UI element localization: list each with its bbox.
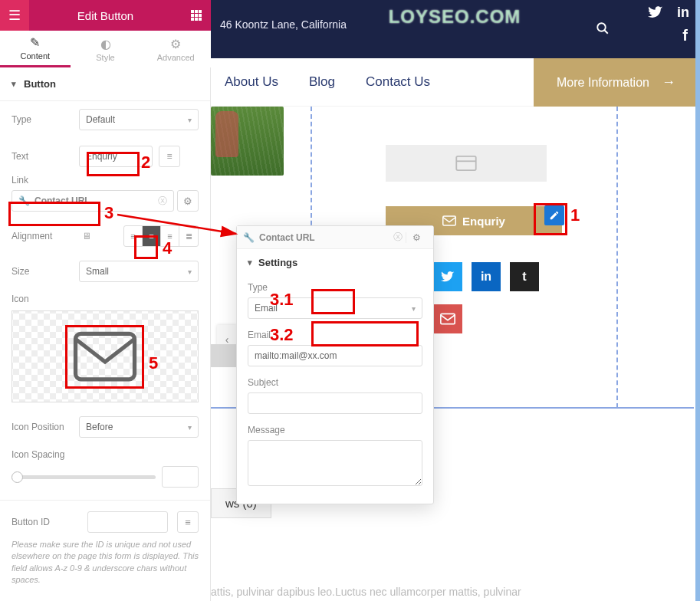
popup-email-label: Email bbox=[248, 330, 422, 340]
slider-thumb[interactable] bbox=[12, 471, 23, 483]
tab-content[interactable]: ✎ Content bbox=[0, 31, 71, 67]
chevron-down-icon: ▾ bbox=[188, 116, 192, 124]
editor-tabs: ✎ Content ◐ Style ⚙ Advanced bbox=[0, 31, 211, 67]
editor-panel: ▾ Button Type Default ▾ Text ≡ Link 🔧 bbox=[0, 67, 211, 601]
icon-spacing-input[interactable] bbox=[162, 466, 199, 488]
popup-close-button[interactable]: ⓧ bbox=[393, 231, 403, 244]
align-justify-button[interactable]: ≣ bbox=[179, 226, 198, 246]
popup-body: Type Email ▾ Email Subject Message bbox=[237, 276, 433, 504]
pencil-icon bbox=[549, 210, 560, 221]
popup-type-value: Email bbox=[255, 303, 278, 314]
text-input[interactable] bbox=[79, 146, 153, 167]
button-id-input[interactable] bbox=[87, 511, 168, 533]
control-button-id: Button ID ≡ Please make sure the ID is u… bbox=[0, 500, 210, 597]
align-left-button[interactable]: ≡ bbox=[124, 226, 143, 246]
control-text: Text ≡ bbox=[0, 138, 210, 175]
column-guide bbox=[616, 107, 618, 408]
tumblr-icon: t bbox=[522, 270, 526, 284]
popup-message-row: Message bbox=[248, 425, 422, 488]
database-icon: ≡ bbox=[185, 517, 191, 528]
popup-type-row: Type Email ▾ bbox=[248, 282, 422, 319]
svg-rect-4 bbox=[195, 14, 198, 17]
control-link: Link 🔧 Contact URL ⓧ ⚙ bbox=[0, 175, 210, 219]
nav-about[interactable]: About Us bbox=[225, 74, 278, 90]
placeholder-widget[interactable] bbox=[386, 145, 547, 182]
popup-email-row: Email bbox=[248, 330, 422, 366]
size-select[interactable]: Small ▾ bbox=[79, 261, 199, 282]
linkedin-icon[interactable]: in bbox=[677, 5, 689, 24]
pencil-icon: ✎ bbox=[30, 35, 40, 50]
responsive-icon[interactable]: 🖥 bbox=[82, 231, 91, 241]
envelope-icon bbox=[71, 330, 140, 383]
popup-header: 🔧 Contact URL ⓧ ⚙ bbox=[237, 226, 433, 249]
popup-section-toggle[interactable]: ▾ Settings bbox=[237, 249, 433, 276]
link-input[interactable]: 🔧 Contact URL ⓧ bbox=[12, 190, 174, 212]
popup-subject-input[interactable] bbox=[248, 392, 422, 414]
facebook-icon[interactable]: f bbox=[682, 27, 688, 44]
widgets-grid-button[interactable] bbox=[182, 0, 211, 31]
icon-picker[interactable] bbox=[12, 310, 199, 402]
svg-rect-5 bbox=[199, 14, 202, 17]
align-center-button[interactable]: ≡ bbox=[143, 226, 161, 246]
nav-contact[interactable]: Contact Us bbox=[366, 74, 430, 90]
header-search-button[interactable] bbox=[596, 21, 610, 38]
popup-email-input[interactable] bbox=[248, 345, 422, 366]
gear-icon: ⚙ bbox=[170, 37, 181, 51]
nav-blog[interactable]: Blog bbox=[309, 74, 335, 90]
svg-rect-6 bbox=[191, 18, 194, 21]
popup-message-input[interactable] bbox=[248, 440, 422, 486]
tab-label: Style bbox=[96, 53, 114, 62]
preview-scrollbar[interactable] bbox=[695, 0, 700, 601]
section-toggle-button[interactable]: ▾ Button bbox=[0, 67, 210, 101]
email-share-button[interactable] bbox=[433, 304, 462, 333]
text-label: Text bbox=[12, 151, 73, 162]
type-select[interactable]: Default ▾ bbox=[79, 109, 199, 130]
caret-down-icon: ▾ bbox=[12, 79, 16, 89]
tumblr-share-button[interactable]: t bbox=[510, 262, 539, 291]
menu-toggle-button[interactable]: ☰ bbox=[0, 0, 29, 31]
twitter-icon[interactable] bbox=[648, 5, 663, 24]
database-icon: ≡ bbox=[166, 151, 172, 162]
site-address: 46 Koontz Lane, California bbox=[220, 18, 347, 31]
button-id-note: Please make sure the ID is unique and no… bbox=[12, 539, 199, 586]
tab-style[interactable]: ◐ Style bbox=[71, 31, 141, 67]
tab-label: Advanced bbox=[157, 53, 195, 62]
contact-url-popup: 🔧 Contact URL ⓧ ⚙ ▾ Settings Type Email … bbox=[236, 225, 434, 504]
chevron-down-icon: ▾ bbox=[188, 423, 192, 432]
twitter-share-button[interactable] bbox=[433, 262, 462, 291]
edit-widget-button[interactable] bbox=[544, 205, 564, 225]
dynamic-tags-button[interactable]: ≡ bbox=[159, 146, 180, 167]
type-label: Type bbox=[12, 114, 73, 125]
twitter-icon bbox=[441, 270, 455, 284]
button-id-dynamic-button[interactable]: ≡ bbox=[177, 511, 199, 533]
control-icon-position: Icon Position Before ▾ bbox=[0, 409, 210, 445]
popup-title: Contact URL bbox=[259, 232, 393, 243]
grid-icon bbox=[190, 9, 202, 21]
header-title: Edit Button bbox=[29, 9, 182, 22]
linkedin-share-button[interactable]: in bbox=[472, 262, 501, 291]
svg-rect-1 bbox=[195, 10, 198, 13]
site-navbar: About Us Blog Contact Us More Informatio… bbox=[211, 58, 698, 107]
card-icon bbox=[455, 156, 477, 171]
popup-type-select[interactable]: Email ▾ bbox=[248, 297, 422, 319]
type-value: Default bbox=[86, 114, 115, 125]
text-input-field[interactable] bbox=[86, 151, 146, 162]
lorem-text: attis, pulvinar dapibus leo.Luctus nec u… bbox=[211, 586, 686, 598]
more-info-button[interactable]: More Information → bbox=[534, 58, 698, 107]
clear-link-button[interactable]: ⓧ bbox=[158, 195, 167, 208]
link-options-button[interactable]: ⚙ bbox=[177, 190, 199, 212]
icon-position-value: Before bbox=[86, 422, 113, 432]
contrast-icon: ◐ bbox=[100, 37, 111, 51]
button-id-label: Button ID bbox=[12, 517, 73, 527]
gear-icon: ⚙ bbox=[183, 195, 192, 207]
wrench-icon: 🔧 bbox=[243, 232, 255, 243]
svg-rect-7 bbox=[195, 18, 198, 21]
icon-spacing-slider[interactable] bbox=[12, 475, 156, 479]
tab-advanced[interactable]: ⚙ Advanced bbox=[140, 31, 211, 67]
icon-position-select[interactable]: Before ▾ bbox=[79, 416, 199, 438]
svg-rect-12 bbox=[443, 216, 456, 225]
align-right-button[interactable]: ≡ bbox=[161, 226, 179, 246]
popup-settings-button[interactable]: ⚙ bbox=[406, 232, 427, 243]
editor-header: ☰ Edit Button bbox=[0, 0, 211, 31]
svg-rect-11 bbox=[456, 156, 475, 170]
